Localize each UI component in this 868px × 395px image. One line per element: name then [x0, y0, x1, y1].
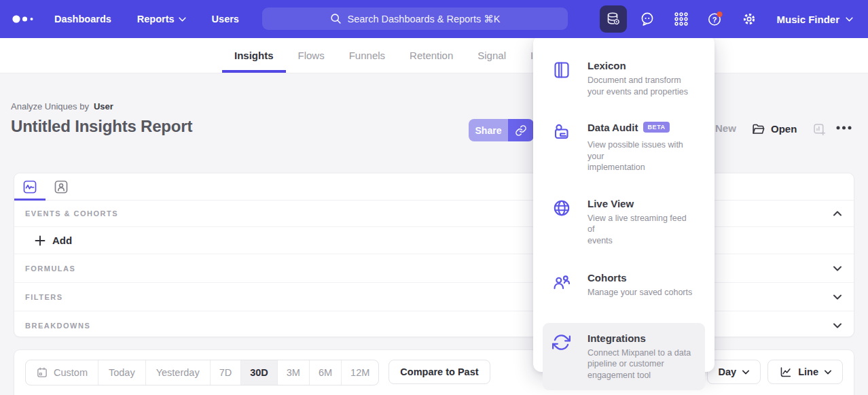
add-chart-icon — [812, 122, 827, 137]
breakdowns-section[interactable]: BREAKDOWNS — [14, 311, 854, 339]
chevron-down-icon — [179, 17, 186, 22]
events-view-tab[interactable] — [14, 173, 46, 200]
beta-badge: BETA — [643, 122, 669, 133]
nav-toolbar: ? Music Finder — [600, 0, 868, 38]
range-7d[interactable]: 7D — [210, 360, 241, 385]
breadcrumb-entity[interactable]: User — [94, 101, 113, 111]
tab-signal[interactable]: Signal — [465, 38, 518, 73]
nav-users[interactable]: Users — [212, 14, 239, 24]
granularity-selector[interactable]: Day — [707, 360, 761, 384]
chevron-down-icon[interactable] — [833, 294, 842, 300]
live-view-globe-icon — [552, 199, 571, 218]
events-cohorts-section[interactable]: EVENTS & COHORTS — [14, 201, 854, 227]
menu-item-cohorts[interactable]: Cohorts Manage your saved cohorts — [543, 264, 705, 307]
open-report-button[interactable]: Open — [751, 122, 797, 135]
nav-reports[interactable]: Reports — [137, 14, 186, 24]
date-range-segmented-control: Custom Today Yesterday 7D 30D 3M 6M 12M — [25, 360, 379, 385]
breadcrumb: Analyze Uniques by User — [11, 101, 113, 111]
menu-item-lexicon[interactable]: Lexicon Document and transform your even… — [543, 52, 705, 105]
user-profile-icon — [54, 179, 69, 194]
folder-open-icon — [751, 122, 765, 135]
range-3m[interactable]: 3M — [277, 360, 309, 385]
cohorts-icon — [552, 273, 571, 292]
more-options-button[interactable] — [835, 125, 852, 131]
tab-insights[interactable]: Insights — [222, 38, 286, 73]
search-input[interactable]: Search Dashboards & Reports ⌘K — [262, 7, 568, 30]
range-6m[interactable]: 6M — [309, 360, 341, 385]
search-placeholder: Search Dashboards & Reports ⌘K — [348, 14, 501, 24]
feedback-button[interactable] — [634, 5, 661, 33]
settings-button[interactable] — [736, 5, 763, 33]
data-management-button[interactable] — [600, 5, 627, 33]
nav-dashboards[interactable]: Dashboards — [54, 14, 111, 24]
data-audit-icon — [552, 122, 571, 141]
copy-link-button[interactable] — [508, 119, 534, 141]
chevron-down-icon — [825, 370, 831, 375]
insights-chart-icon — [22, 179, 37, 194]
formulas-section[interactable]: FORMULAS — [14, 254, 854, 283]
range-12m[interactable]: 12M — [341, 360, 378, 385]
mixpanel-app: Dashboards Reports Users Search Dashboar… — [0, 0, 868, 395]
kebab-menu-icon — [835, 125, 852, 131]
chevron-down-icon[interactable] — [833, 265, 842, 271]
help-icon: ? — [706, 10, 724, 28]
line-chart-icon — [779, 366, 792, 379]
data-management-dropdown: Lexicon Document and transform your even… — [533, 35, 715, 372]
date-range-bar: Custom Today Yesterday 7D 30D 3M 6M 12M … — [14, 349, 854, 395]
chevron-up-icon[interactable] — [833, 211, 842, 217]
link-icon — [515, 124, 527, 137]
integrations-sync-icon — [552, 333, 571, 351]
menu-item-data-audit[interactable]: Data Audit BETA View possible issues wit… — [543, 114, 705, 182]
compare-to-past-button[interactable]: Compare to Past — [388, 360, 490, 384]
chevron-down-icon[interactable] — [833, 322, 842, 328]
project-name: Music Finder — [776, 14, 839, 25]
menu-item-live-view[interactable]: Live View View a live streaming feed of … — [543, 190, 705, 255]
page-title[interactable]: Untitled Insights Report — [11, 117, 192, 136]
calendar-icon — [36, 366, 48, 379]
report-tabbar: Insights Flows Funnels Retention Signal … — [0, 38, 868, 73]
chart-type-selector[interactable]: Line — [767, 360, 843, 384]
range-yesterday[interactable]: Yesterday — [145, 360, 210, 385]
builder-tab-strip — [14, 173, 854, 201]
share-group: Share — [469, 119, 534, 141]
notification-dot — [717, 12, 723, 17]
mixpanel-logo[interactable] — [12, 14, 41, 24]
range-custom[interactable]: Custom — [26, 360, 98, 385]
database-gear-icon — [605, 11, 621, 27]
search-icon — [330, 13, 342, 24]
chevron-down-icon — [846, 17, 853, 22]
nav-links: Dashboards Reports Users — [54, 14, 239, 24]
help-button[interactable]: ? — [702, 5, 729, 33]
filters-section[interactable]: FILTERS — [14, 283, 854, 311]
share-button[interactable]: Share — [469, 119, 508, 141]
apps-grid-button[interactable] — [668, 5, 695, 33]
add-event-button[interactable]: Add — [14, 227, 854, 254]
menu-item-integrations[interactable]: Integrations Connect Mixpanel to a data … — [543, 323, 705, 391]
tab-funnels[interactable]: Funnels — [337, 38, 397, 73]
plus-icon — [35, 235, 46, 246]
gear-icon — [741, 11, 757, 27]
range-30d[interactable]: 30D — [240, 360, 277, 385]
range-today[interactable]: Today — [98, 360, 145, 385]
tab-flows[interactable]: Flows — [286, 38, 337, 73]
top-nav: Dashboards Reports Users Search Dashboar… — [0, 0, 868, 38]
lexicon-icon — [552, 61, 571, 80]
users-view-tab[interactable] — [46, 173, 77, 200]
svg-text:?: ? — [712, 16, 717, 24]
chevron-down-icon — [742, 370, 749, 375]
apps-grid-icon — [673, 11, 689, 27]
add-to-dashboard-button[interactable] — [812, 122, 827, 137]
active-tab-underline — [222, 70, 286, 73]
tab-retention[interactable]: Retention — [397, 38, 465, 73]
project-selector[interactable]: Music Finder — [776, 14, 853, 25]
chat-bubble-icon — [639, 11, 655, 27]
mixpanel-logo-icon — [12, 14, 35, 24]
query-builder-card: EVENTS & COHORTS Add FORMULAS FILTERS BR… — [14, 173, 854, 337]
